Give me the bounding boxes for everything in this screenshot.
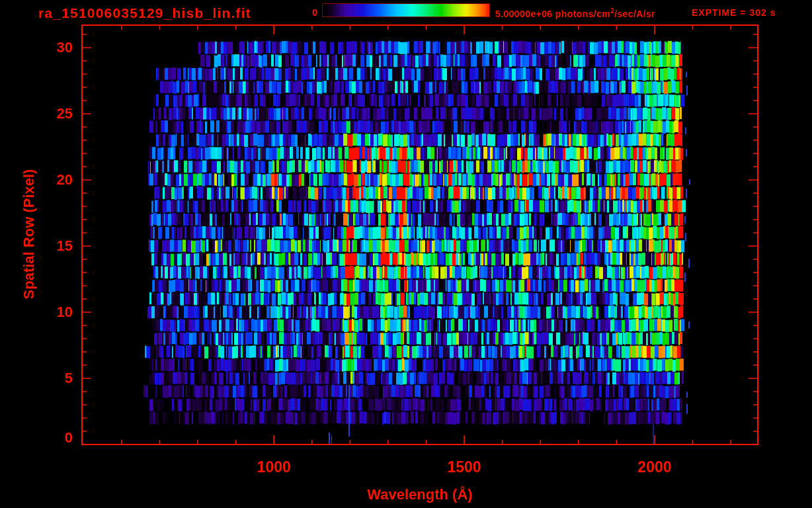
colorbar-max-value: 5.00000e+06: [495, 9, 553, 19]
x-tick-label: 1500: [447, 458, 481, 476]
colorbar-min-label: 0: [299, 7, 317, 18]
colorbar-max-label: 5.00000e+06 photons/cm2/sec/A/sr: [495, 7, 655, 19]
y-tick-label: 10: [57, 304, 73, 321]
y-tick-label: 30: [57, 39, 73, 56]
plot-frame: [0, 0, 812, 508]
y-tick-label: 25: [57, 105, 73, 122]
exptime-label: EXPTIME = 302 s: [692, 7, 776, 18]
y-tick-label: 0: [65, 429, 73, 446]
x-tick-label: 2000: [637, 458, 671, 476]
y-axis-title: Spatial Row (Pixel): [20, 169, 38, 300]
x-axis-title: Wavelength (Å): [82, 486, 758, 503]
x-axis-tick-labels: 100015002000: [0, 458, 812, 477]
colorbar-units: photons/cm: [553, 9, 611, 19]
y-tick-label: 15: [57, 237, 73, 255]
colorbar: [322, 3, 490, 17]
colorbar-units-rest: /sec/A/sr: [614, 9, 655, 19]
y-tick-label: 20: [57, 171, 73, 189]
y-tick-label: 5: [65, 370, 73, 387]
x-tick-label: 1000: [257, 458, 291, 476]
spectral-viewer-window: ra_151006035129_hisb_lin.fit 0 5.00000e+…: [0, 0, 812, 508]
